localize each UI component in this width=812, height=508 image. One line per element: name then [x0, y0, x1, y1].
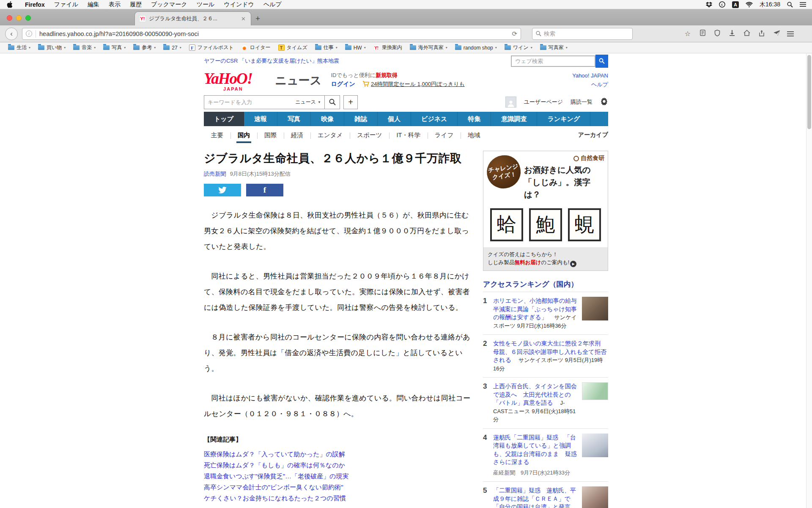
subscriptions-link[interactable]: 購読一覧	[571, 98, 593, 106]
new-tab-button[interactable]: +	[255, 14, 260, 22]
signup-link[interactable]: 新規取得	[376, 72, 398, 78]
url-text[interactable]: headlines.yahoo.co.jp/hl?a=20160908-0005…	[39, 30, 512, 37]
user-page-link[interactable]: ユーザーページ	[524, 98, 563, 106]
send-icon[interactable]	[772, 30, 781, 38]
sidebar-ad[interactable]: 自然食研 チャレンジ クイズ！ お酒好きに人気の 「しじみ」。漢字は？ 蛤 鮑 …	[483, 151, 608, 271]
search-category-dropdown[interactable]: ニュース	[295, 99, 316, 106]
article-source-link[interactable]: 読売新聞	[204, 171, 226, 177]
bookmark-folder-randomshop[interactable]: random shop▾	[451, 42, 501, 53]
bookmark-star-icon[interactable]: ☆	[683, 30, 692, 38]
sale-link[interactable]: 24時間限定セール 1,000円ぽっきりも	[371, 81, 465, 87]
yahoo-japan-link[interactable]: Yahoo! JAPAN	[572, 71, 608, 80]
reload-icon[interactable]: ⟳	[512, 30, 517, 38]
menu-window[interactable]: ウインドウ	[219, 1, 259, 8]
related-link[interactable]: ケチくさい？お金持ちになれるたった２つの習慣	[204, 493, 473, 504]
notification-center-icon[interactable]	[800, 2, 806, 7]
menu-tools[interactable]: ツール	[192, 1, 219, 8]
related-link[interactable]: 高卒シンママ会計士の"ビンボー臭くない節約術"	[204, 482, 473, 493]
subnav-chiiki[interactable]: 地域	[461, 131, 487, 139]
related-link[interactable]: 死亡保険はムダ？「もしも」の確率は何％なのか	[204, 460, 473, 471]
nav-zasshi[interactable]: 雑誌	[344, 112, 378, 126]
input-source-icon[interactable]: A	[732, 1, 739, 8]
menu-bookmarks[interactable]: ブックマーク	[146, 1, 192, 8]
download-icon[interactable]	[728, 30, 736, 38]
web-search-button[interactable]	[595, 55, 608, 68]
home-icon[interactable]	[743, 30, 751, 38]
keyword-search-field[interactable]: ニュース ▼	[204, 95, 325, 109]
browser-search-input[interactable]	[544, 30, 629, 37]
archive-link[interactable]: アーカイブ	[578, 131, 608, 139]
wifi-icon[interactable]	[746, 2, 753, 7]
nav-eizou[interactable]: 映像	[311, 112, 344, 126]
bookmark-folder-seikatsu[interactable]: 生活▾	[4, 42, 34, 53]
add-tab-button[interactable]: +	[343, 95, 358, 109]
kanji-choice[interactable]: 鮑	[529, 208, 562, 241]
bookmark-reuters[interactable]: ◉ロイター	[238, 42, 274, 53]
bookmark-folder-ongaku[interactable]: 音楽▾	[69, 42, 99, 53]
menu-icon[interactable]	[787, 30, 794, 38]
related-link[interactable]: 医療保険はムダ？「入っていて助かった」の誤解	[204, 449, 473, 460]
ranking-thumbnail[interactable]	[582, 433, 608, 457]
nav-kojin[interactable]: 個人	[378, 112, 411, 126]
ranking-thumbnail[interactable]	[582, 297, 608, 320]
ad-footer[interactable]: クイズの答えはこちらから！ しじみ製品無料お届けのご案内も!▶	[483, 247, 608, 271]
related-link[interactable]: 退職金食いつぶす"保険貧乏"…「老後破産」の現実	[204, 471, 473, 482]
site-info-icon[interactable]: i	[26, 30, 32, 37]
bookmark-filepost[interactable]: Fファイルポスト	[185, 42, 238, 53]
menu-help[interactable]: ヘルプ	[259, 1, 286, 8]
window-close-button[interactable]	[7, 15, 12, 21]
bookmark-folder-wine[interactable]: ワイン▾	[501, 42, 536, 53]
bookmark-folder-sankou[interactable]: 参考▾	[129, 42, 159, 53]
bookmark-times[interactable]: Tタイムズ	[274, 42, 311, 53]
subnav-it[interactable]: IT・科学	[389, 131, 427, 139]
bookmark-transit[interactable]: Y!乗換案内	[370, 42, 406, 53]
ranking-link[interactable]: 「二重国籍」疑惑 蓮舫氏、平成９年に雑誌「ＣＲＥＡ」で「自分の国籍は台湾」と発言	[493, 487, 576, 508]
help-link[interactable]: ヘルプ	[572, 80, 608, 89]
nav-sokuhou[interactable]: 速報	[244, 112, 277, 126]
bookmark-folder-hw[interactable]: HW▾	[341, 42, 370, 53]
subnav-kokunai[interactable]: 国内	[230, 131, 257, 139]
url-bar[interactable]: i headlines.yahoo.co.jp/hl?a=20160908-00…	[22, 28, 521, 40]
web-search-input[interactable]	[511, 55, 595, 67]
back-button[interactable]: ‹	[5, 28, 18, 40]
subnav-shuyou[interactable]: 主要	[204, 131, 230, 139]
apple-icon[interactable]	[7, 1, 13, 8]
scrollbar[interactable]	[806, 53, 812, 508]
spotlight-icon[interactable]	[787, 2, 793, 8]
gear-icon[interactable]	[600, 97, 608, 107]
csr-link[interactable]: ヤフーのCSR 「いま必要な支援を届けたい」熊本地震	[204, 57, 339, 65]
bookmark-folder-kaimono[interactable]: 買い物▾	[34, 42, 69, 53]
nav-tokushuu[interactable]: 特集	[458, 112, 491, 126]
subnav-life[interactable]: ライフ	[428, 131, 461, 139]
menu-history[interactable]: 履歴	[125, 1, 146, 8]
bookmark-folder-shashinka[interactable]: 写真家▾	[536, 42, 571, 53]
subnav-keizai[interactable]: 経済	[284, 131, 310, 139]
subnav-sports[interactable]: スポーツ	[350, 131, 389, 139]
scrollbar-thumb[interactable]	[807, 55, 811, 129]
nav-top[interactable]: トップ	[204, 112, 244, 126]
menu-file[interactable]: ファイル	[49, 1, 83, 8]
nav-ishikichousa[interactable]: 意識調査	[491, 112, 537, 126]
browser-tab[interactable]: Y! ジブラルタ生命社員、２６... ✕	[134, 11, 251, 25]
dropbox-icon[interactable]	[706, 2, 712, 8]
twitter-share-button[interactable]	[204, 184, 241, 196]
ranking-thumbnail[interactable]	[582, 382, 608, 400]
nav-business[interactable]: ビジネス	[411, 112, 458, 126]
login-link[interactable]: ログイン	[331, 80, 355, 87]
kanji-choice[interactable]: 蜆	[568, 208, 601, 241]
window-zoom-button[interactable]	[25, 15, 31, 21]
bookmark-folder-kaigai[interactable]: 海外写真家▾	[406, 42, 451, 53]
browser-search-bar[interactable]	[532, 28, 633, 40]
bookmark-folder-shigoto[interactable]: 仕事▾	[311, 42, 341, 53]
window-minimize-button[interactable]	[16, 15, 22, 21]
menu-edit[interactable]: 編集	[83, 1, 104, 8]
ranking-link[interactable]: 蓮舫氏「二重国籍」疑惑 「台湾籍も放棄している」と強調も、父親は台湾籍のまま 疑…	[493, 434, 577, 466]
facebook-share-button[interactable]: f	[246, 184, 283, 196]
keyword-search-button[interactable]	[325, 95, 340, 109]
keyword-search-input[interactable]	[208, 99, 295, 105]
subnav-kokusai[interactable]: 国際	[257, 131, 284, 139]
subnav-entame[interactable]: エンタメ	[310, 131, 350, 139]
shield-icon[interactable]	[713, 30, 721, 38]
bookmark-folder-shashin[interactable]: 写真▾	[99, 42, 129, 53]
yahoo-news-logo[interactable]: YaHoO! JAPAN ニュース	[204, 71, 322, 91]
